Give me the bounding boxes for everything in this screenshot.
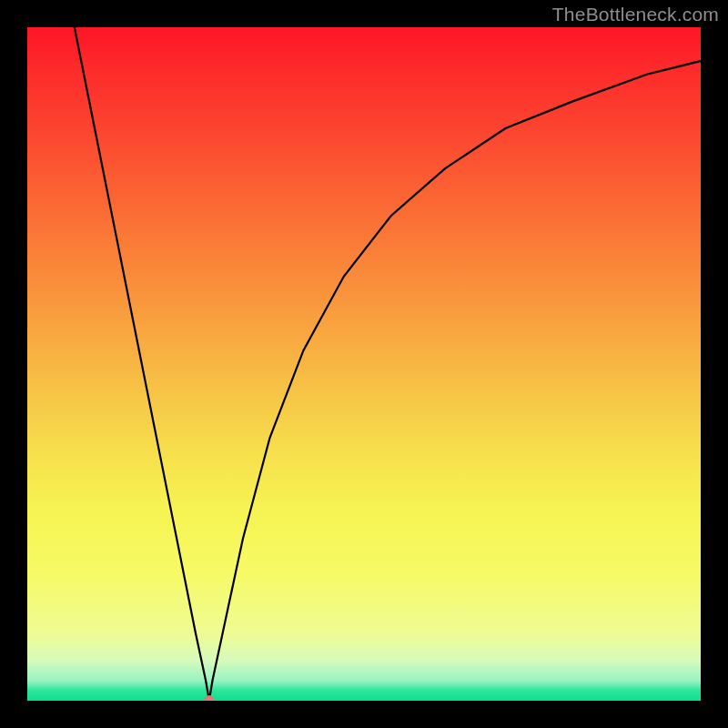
plot-area: [27, 27, 701, 701]
chart-frame: TheBottleneck.com: [0, 0, 728, 728]
curve-layer: [27, 27, 701, 701]
bottleneck-curve: [75, 27, 701, 701]
watermark-text: TheBottleneck.com: [552, 4, 719, 25]
minimum-marker: [204, 695, 215, 701]
